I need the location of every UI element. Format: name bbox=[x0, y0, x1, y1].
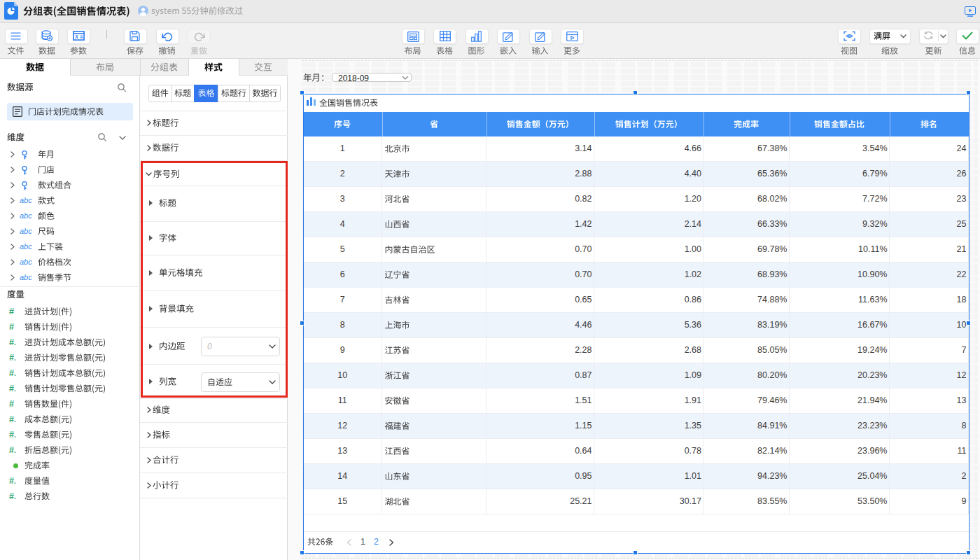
svg-text:x: x bbox=[74, 33, 78, 40]
